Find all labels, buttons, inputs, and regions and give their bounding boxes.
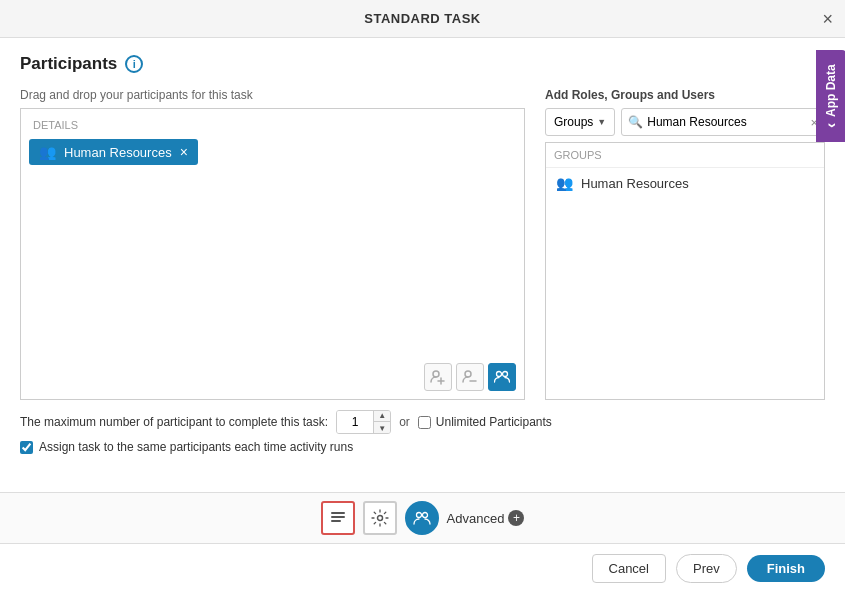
bottom-options: The maximum number of participant to com… bbox=[20, 410, 825, 434]
list-view-button[interactable] bbox=[321, 501, 355, 535]
svg-point-0 bbox=[433, 371, 439, 377]
assign-row: Assign task to the same participants eac… bbox=[20, 440, 825, 454]
prev-button[interactable]: Prev bbox=[676, 554, 737, 583]
app-data-tab[interactable]: ‹ App Data bbox=[816, 50, 845, 142]
result-item-label: Human Resources bbox=[581, 176, 689, 191]
dialog-title: STANDARD TASK bbox=[364, 11, 481, 26]
unlimited-participants-checkbox[interactable] bbox=[418, 416, 431, 429]
section-title: Participants i bbox=[20, 54, 825, 74]
two-column-layout: Drag and drop your participants for this… bbox=[20, 88, 825, 400]
details-label: DETAILS bbox=[29, 117, 516, 133]
svg-point-6 bbox=[503, 372, 508, 377]
max-participants-input[interactable]: 1 bbox=[337, 411, 373, 433]
app-data-label: App Data bbox=[824, 64, 838, 117]
max-participants-input-wrap: 1 ▲ ▼ bbox=[336, 410, 391, 434]
add-roles-label: Add Roles, Groups and Users bbox=[545, 88, 825, 102]
unlimited-participants-label: Unlimited Participants bbox=[436, 415, 552, 429]
role-type-dropdown[interactable]: Groups ▼ bbox=[545, 108, 615, 136]
add-user-icon-btn[interactable] bbox=[424, 363, 452, 391]
chip-label: Human Resources bbox=[64, 145, 172, 160]
advanced-label: Advanced bbox=[447, 511, 505, 526]
result-group-icon: 👥 bbox=[556, 175, 573, 191]
info-icon[interactable]: i bbox=[125, 55, 143, 73]
participants-button[interactable] bbox=[405, 501, 439, 535]
advanced-plus-icon: + bbox=[508, 510, 524, 526]
participants-title: Participants bbox=[20, 54, 117, 74]
svg-point-12 bbox=[422, 513, 427, 518]
participant-chip: 👥 Human Resources × bbox=[29, 139, 198, 165]
svg-point-11 bbox=[416, 513, 421, 518]
dialog-header: STANDARD TASK × bbox=[0, 0, 845, 38]
app-data-arrow: ‹ bbox=[822, 123, 840, 128]
assign-label: Assign task to the same participants eac… bbox=[39, 440, 353, 454]
result-item[interactable]: 👥 Human Resources bbox=[546, 168, 824, 198]
chip-remove-button[interactable]: × bbox=[180, 145, 188, 159]
spinner-up-button[interactable]: ▲ bbox=[374, 410, 390, 422]
max-participants-label: The maximum number of participant to com… bbox=[20, 415, 328, 429]
advanced-button[interactable]: Advanced + bbox=[447, 510, 525, 526]
dialog-footer: Cancel Prev Finish bbox=[0, 543, 845, 593]
svg-point-10 bbox=[377, 516, 382, 521]
svg-rect-7 bbox=[331, 512, 345, 514]
spinner-down-button[interactable]: ▼ bbox=[374, 422, 390, 434]
svg-point-5 bbox=[497, 372, 502, 377]
search-box: 🔍 × bbox=[621, 108, 825, 136]
assign-same-participants-checkbox[interactable] bbox=[20, 441, 33, 454]
dialog-body: Participants i Drag and drop your partic… bbox=[0, 38, 845, 492]
spinner-buttons: ▲ ▼ bbox=[373, 410, 390, 434]
left-column: Drag and drop your participants for this… bbox=[20, 88, 525, 400]
finish-button[interactable]: Finish bbox=[747, 555, 825, 582]
toolbar: Advanced + bbox=[0, 492, 845, 543]
or-text: or bbox=[399, 415, 410, 429]
svg-rect-8 bbox=[331, 516, 345, 518]
chip-group-icon: 👥 bbox=[39, 144, 56, 160]
search-icon: 🔍 bbox=[628, 115, 643, 129]
svg-point-3 bbox=[465, 371, 471, 377]
unlimited-participants-wrap: Unlimited Participants bbox=[418, 415, 552, 429]
right-column: Add Roles, Groups and Users Groups ▼ 🔍 ×… bbox=[545, 88, 825, 400]
action-icons bbox=[424, 363, 516, 391]
results-area: GROUPS 👥 Human Resources bbox=[545, 142, 825, 400]
search-input[interactable] bbox=[647, 115, 806, 129]
drop-area[interactable]: DETAILS 👥 Human Resources × bbox=[20, 108, 525, 400]
remove-user-icon-btn[interactable] bbox=[456, 363, 484, 391]
search-row: Groups ▼ 🔍 × bbox=[545, 108, 825, 136]
settings-button[interactable] bbox=[363, 501, 397, 535]
dropdown-value: Groups bbox=[554, 115, 593, 129]
standard-task-dialog: STANDARD TASK × ‹ App Data Participants … bbox=[0, 0, 845, 593]
dropdown-arrow-icon: ▼ bbox=[597, 117, 606, 127]
drag-drop-label: Drag and drop your participants for this… bbox=[20, 88, 525, 102]
cancel-button[interactable]: Cancel bbox=[592, 554, 666, 583]
svg-rect-9 bbox=[331, 520, 341, 522]
close-button[interactable]: × bbox=[822, 10, 833, 28]
group-icon-btn[interactable] bbox=[488, 363, 516, 391]
results-header: GROUPS bbox=[546, 143, 824, 168]
